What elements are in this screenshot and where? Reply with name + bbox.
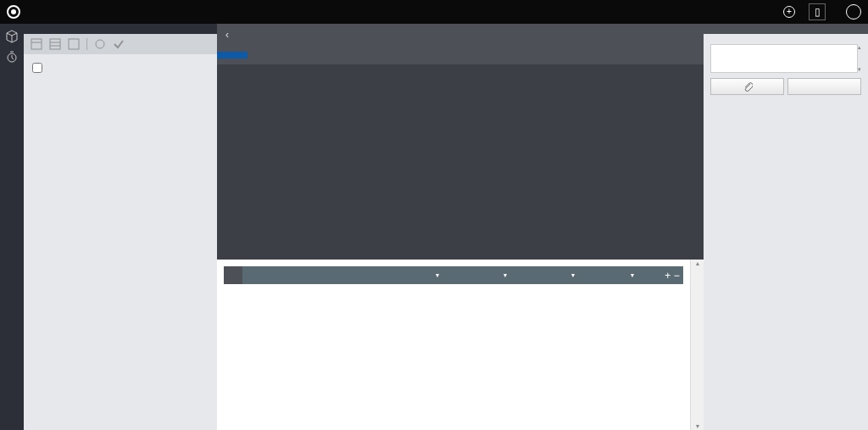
- add-comment-button[interactable]: [787, 78, 861, 95]
- toolbar-icon-5[interactable]: [113, 38, 125, 50]
- warning-badge: [217, 52, 248, 59]
- toolbar-icon-2[interactable]: [49, 38, 61, 50]
- cube-icon[interactable]: [4, 29, 19, 44]
- new-display-button[interactable]: +: [783, 6, 798, 18]
- toolbar-icon-3[interactable]: [68, 38, 80, 50]
- svg-point-4: [96, 40, 104, 48]
- events-toolbar: [24, 34, 217, 54]
- svg-rect-1: [31, 39, 42, 49]
- events-panel: [24, 24, 217, 430]
- svg-rect-2: [50, 39, 60, 49]
- svg-rect-3: [69, 39, 79, 49]
- col-start-header[interactable]: ▾: [446, 266, 514, 284]
- plus-icon: +: [783, 6, 795, 18]
- app-header: + ▯: [0, 0, 868, 24]
- chart-yaxis: [217, 64, 239, 246]
- col-name-header[interactable]: ▾: [242, 266, 446, 284]
- autorefresh-input[interactable]: [32, 63, 42, 73]
- comments-title: [704, 24, 868, 34]
- vertical-scrollbar[interactable]: [690, 260, 704, 430]
- chart-area: [217, 64, 704, 260]
- chart-svg: [253, 71, 653, 186]
- back-button[interactable]: ‹: [225, 29, 229, 41]
- timer-icon[interactable]: [4, 49, 19, 64]
- col-end-header[interactable]: ▾: [514, 266, 581, 284]
- detail-header: ‹: [217, 24, 704, 46]
- attribute-table: ▾ ▾ ▾ ▾ + −: [217, 260, 690, 430]
- logo-icon: [7, 5, 20, 19]
- toolbar-icon-4[interactable]: [94, 38, 106, 50]
- help-icon[interactable]: [846, 4, 861, 20]
- app-logo: [7, 5, 25, 19]
- paperclip-icon: [743, 81, 753, 92]
- comment-input[interactable]: [710, 44, 858, 73]
- toolbar-icon-1[interactable]: [31, 38, 42, 50]
- attach-button[interactable]: [710, 78, 784, 95]
- detail-panel: ‹: [217, 24, 704, 430]
- header-add-remove[interactable]: + −: [661, 266, 683, 284]
- attribute-header: ▾ ▾ ▾ ▾ + −: [224, 266, 683, 284]
- layout-toggle-button[interactable]: ▯: [809, 3, 826, 20]
- event-meta: [695, 51, 704, 60]
- chart-xaxis: [253, 248, 653, 260]
- left-nav: [0, 24, 24, 430]
- comments-panel: ▴▾: [704, 24, 868, 430]
- autorefresh-checkbox[interactable]: [32, 63, 209, 73]
- detail-meta: [217, 46, 704, 64]
- events-title: [24, 24, 217, 34]
- col-units-header[interactable]: ▾: [581, 266, 641, 284]
